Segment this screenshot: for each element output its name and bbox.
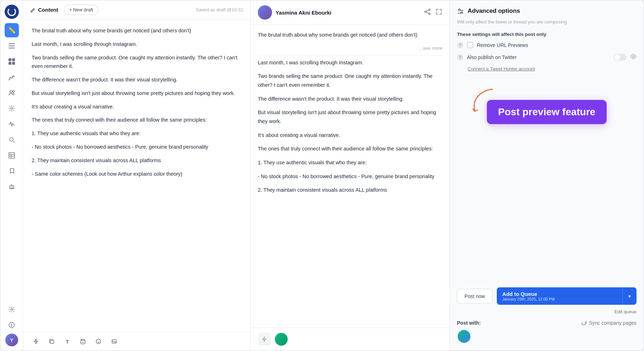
new-draft-button[interactable]: + New draft bbox=[64, 5, 99, 15]
see-more-link[interactable]: ...see more bbox=[258, 44, 442, 55]
preview-paragraph: The ones that truly connect with their a… bbox=[258, 144, 442, 153]
setting-row-twitter: ? Also publish on Twitter bbox=[457, 53, 637, 61]
also-publish-twitter-label: Also publish on Twitter bbox=[467, 54, 610, 60]
toolbar-copy-icon[interactable] bbox=[46, 336, 57, 347]
svg-rect-5 bbox=[9, 62, 11, 65]
editor-panel: Content + New draft Saved as draft @10:3… bbox=[23, 0, 251, 351]
preview-footer-avatar[interactable] bbox=[275, 333, 288, 346]
toolbar-flash-icon[interactable] bbox=[30, 336, 42, 347]
svg-point-19 bbox=[99, 341, 100, 341]
preview-author-name: Yasmina Akni Ebourki bbox=[276, 10, 420, 16]
sidebar-item-settings[interactable] bbox=[5, 302, 19, 317]
sidebar-item-edit[interactable]: ✏️ bbox=[5, 23, 19, 37]
advanced-options-icon bbox=[457, 8, 464, 17]
preview-paragraph: The brutal truth about why some brands g… bbox=[258, 31, 442, 39]
editor-paragraph: But visual storytelling isn't just about… bbox=[32, 89, 242, 98]
advanced-options-header: Advanced options bbox=[457, 7, 637, 17]
editor-paragraph: Last month, I was scrolling through Inst… bbox=[32, 40, 242, 49]
add-to-queue-date: January 29th, 2025, 12:00 PM bbox=[502, 297, 617, 301]
eye-icon[interactable] bbox=[630, 53, 637, 61]
editor-paragraph: Two brands selling the same product. One… bbox=[32, 54, 242, 71]
settings-section-title: These settings will affect this post onl… bbox=[457, 32, 637, 37]
user-avatar[interactable]: Y bbox=[5, 334, 18, 346]
preview-footer-flash[interactable] bbox=[258, 333, 271, 346]
post-now-button[interactable]: Post now bbox=[457, 289, 493, 304]
svg-rect-1 bbox=[9, 46, 15, 46]
sidebar: ✏️ bbox=[0, 0, 23, 351]
sidebar-item-users[interactable] bbox=[5, 86, 19, 100]
toolbar-emoji-icon[interactable] bbox=[93, 336, 104, 347]
sidebar-item-grid[interactable] bbox=[5, 54, 19, 69]
preview-paragraph: 1. They use authentic visuals that who t… bbox=[258, 158, 442, 167]
sidebar-item-table[interactable] bbox=[5, 148, 19, 163]
remove-url-previews-checkbox[interactable] bbox=[467, 42, 473, 48]
sidebar-item-list[interactable] bbox=[5, 39, 19, 53]
sidebar-item-robot[interactable] bbox=[5, 180, 19, 194]
post-with-row: Post with: Sync company pages bbox=[457, 320, 637, 326]
queue-dropdown-arrow[interactable]: ▾ bbox=[622, 287, 637, 305]
sidebar-item-activity[interactable] bbox=[5, 117, 19, 131]
connect-tweet-hunter-link[interactable]: Connect a Tweet Hunter account bbox=[468, 66, 637, 71]
preview-footer bbox=[251, 328, 449, 351]
editor-header: Content + New draft Saved as draft @10:3… bbox=[23, 0, 250, 20]
sidebar-item-settings-gear[interactable] bbox=[5, 101, 19, 116]
main-content: Content + New draft Saved as draft @10:3… bbox=[23, 0, 644, 351]
add-to-queue-button[interactable]: Add to Queue January 29th, 2025, 12:00 P… bbox=[497, 287, 637, 305]
advanced-options-subtitle: Will only affect the tweet or thread you… bbox=[457, 19, 637, 25]
sidebar-item-bookmark[interactable] bbox=[5, 164, 19, 178]
preview-panel: Yasmina Akni Ebourki The brutal truth ab… bbox=[251, 0, 450, 351]
editor-body[interactable]: The brutal truth about why some brands g… bbox=[23, 20, 250, 332]
svg-rect-2 bbox=[9, 48, 15, 48]
post-action-row: Post now Add to Queue January 29th, 2025… bbox=[457, 287, 637, 305]
preview-paragraph: 2. They maintain consistent visuals acro… bbox=[258, 186, 442, 195]
preview-paragraph: Two brands selling the same product. One… bbox=[258, 72, 442, 89]
app-logo[interactable] bbox=[5, 5, 19, 19]
post-preview-section: Post preview feature bbox=[457, 86, 637, 157]
bottom-actions: Post now Add to Queue January 29th, 2025… bbox=[457, 280, 637, 344]
svg-rect-3 bbox=[9, 58, 11, 61]
svg-rect-0 bbox=[9, 43, 15, 44]
right-panel: Advanced options Will only affect the tw… bbox=[450, 0, 644, 351]
sidebar-item-chart[interactable] bbox=[5, 70, 19, 84]
sidebar-item-info[interactable] bbox=[5, 318, 19, 332]
editor-paragraph: 2. They maintain consistent visuals acro… bbox=[32, 156, 242, 165]
editor-title: Content bbox=[30, 7, 58, 13]
setting-row-url-previews: ? Remove URL Previews bbox=[457, 42, 637, 48]
sync-company-pages-link[interactable]: Sync company pages bbox=[581, 320, 637, 326]
preview-paragraph: - No stock photos - No borrowed aestheti… bbox=[258, 172, 442, 181]
app-container: ✏️ bbox=[0, 0, 644, 351]
help-icon-url[interactable]: ? bbox=[457, 42, 463, 48]
add-to-queue-label: Add to Queue bbox=[502, 291, 617, 297]
post-preview-feature-callout: Post preview feature bbox=[487, 100, 607, 124]
svg-point-9 bbox=[11, 108, 12, 110]
sidebar-item-search[interactable] bbox=[5, 133, 19, 147]
svg-point-22 bbox=[425, 11, 426, 12]
expand-icon[interactable] bbox=[435, 8, 442, 17]
edit-queue-link[interactable]: Edit queue bbox=[457, 309, 637, 314]
saved-status: Saved as draft @10:31 bbox=[196, 7, 243, 12]
share-icon[interactable] bbox=[424, 8, 431, 17]
toolbar-text-icon[interactable]: T bbox=[62, 336, 73, 347]
editor-toolbar: T bbox=[23, 332, 250, 351]
editor-paragraph: - No stock photos - No borrowed aestheti… bbox=[32, 143, 242, 151]
svg-point-8 bbox=[12, 91, 14, 92]
svg-point-17 bbox=[96, 339, 101, 344]
svg-point-14 bbox=[11, 309, 12, 310]
svg-rect-6 bbox=[12, 62, 15, 65]
toolbar-save-icon[interactable] bbox=[77, 336, 89, 347]
twitter-toggle[interactable] bbox=[614, 54, 627, 61]
toolbar-image-icon[interactable] bbox=[108, 336, 120, 347]
svg-rect-16 bbox=[50, 340, 54, 344]
preview-paragraph: Last month, I was scrolling through Inst… bbox=[258, 58, 442, 67]
advanced-options-title: Advanced options bbox=[468, 7, 520, 15]
help-icon-twitter[interactable]: ? bbox=[457, 54, 463, 60]
preview-body: The brutal truth about why some brands g… bbox=[251, 25, 449, 328]
remove-url-previews-label: Remove URL Previews bbox=[477, 42, 637, 48]
editor-paragraph: The brutal truth about why some brands g… bbox=[32, 27, 242, 35]
post-with-avatar-1[interactable] bbox=[457, 329, 471, 344]
svg-point-10 bbox=[10, 138, 13, 141]
preview-header: Yasmina Akni Ebourki bbox=[251, 0, 449, 25]
preview-user-avatar bbox=[258, 5, 272, 20]
editor-paragraph: It's about creating a visual narrative. bbox=[32, 103, 242, 111]
svg-rect-11 bbox=[9, 153, 15, 158]
